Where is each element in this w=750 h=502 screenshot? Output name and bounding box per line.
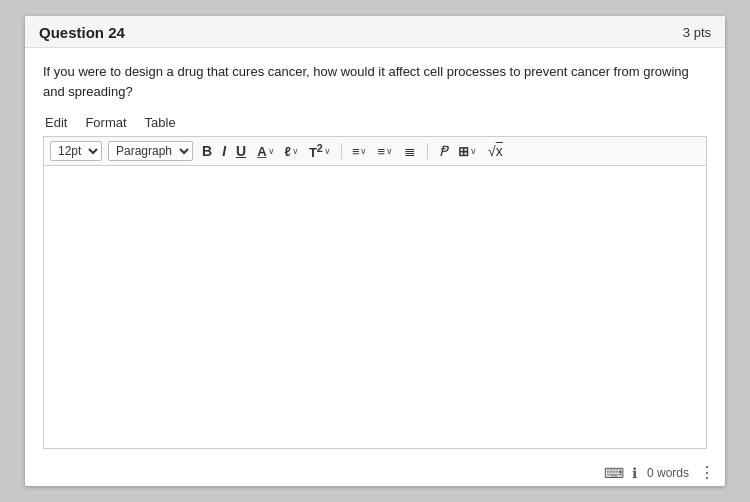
- separator-1: [341, 143, 342, 159]
- highlight-chevron: ∨: [292, 146, 299, 156]
- status-icons: ⌨ ℹ: [604, 465, 637, 481]
- align-dropdown[interactable]: ≡ ∨: [350, 143, 370, 160]
- align-icon: ≡: [352, 144, 360, 159]
- menu-table[interactable]: Table: [143, 113, 178, 132]
- list-chevron: ∨: [386, 146, 393, 156]
- font-size-select[interactable]: 12pt 10pt 14pt 16pt: [50, 141, 102, 161]
- bold-button[interactable]: B: [199, 143, 215, 159]
- list-icon: ≡: [377, 144, 385, 159]
- editor-textarea[interactable]: [43, 165, 707, 449]
- italic-button[interactable]: I: [219, 143, 229, 159]
- table-chevron: ∨: [470, 146, 477, 156]
- paragraph-group: Paragraph Heading 1 Heading 2: [108, 141, 193, 161]
- font-color-chevron: ∨: [268, 146, 275, 156]
- menu-bar: Edit Format Table: [43, 113, 707, 132]
- info-icon[interactable]: ℹ: [632, 465, 637, 481]
- menu-edit[interactable]: Edit: [43, 113, 69, 132]
- keyboard-icon[interactable]: ⌨: [604, 465, 624, 481]
- font-size-group: 12pt 10pt 14pt 16pt: [50, 141, 102, 161]
- grid-icon[interactable]: ⋮: [699, 463, 715, 482]
- question-text: If you were to design a drug that cures …: [43, 62, 707, 101]
- format-group: B I U: [199, 143, 249, 159]
- underline-button[interactable]: U: [233, 143, 249, 159]
- list-dropdown[interactable]: ≡ ∨: [375, 143, 395, 160]
- font-color-dropdown[interactable]: A ∨: [255, 143, 276, 160]
- toolbar: 12pt 10pt 14pt 16pt Paragraph Heading 1 …: [43, 136, 707, 165]
- question-body: If you were to design a drug that cures …: [25, 48, 725, 459]
- table-icon: ⊞: [458, 144, 469, 159]
- points-label: 3 pts: [683, 25, 711, 40]
- paragraph-select[interactable]: Paragraph Heading 1 Heading 2: [108, 141, 193, 161]
- header-bar: Question 24 3 pts: [25, 16, 725, 48]
- table-dropdown[interactable]: ⊞ ∨: [456, 143, 479, 160]
- word-count: 0 words: [647, 466, 689, 480]
- menu-format[interactable]: Format: [83, 113, 128, 132]
- question-title: Question 24: [39, 24, 125, 41]
- status-bar: ⌨ ℹ 0 words ⋮: [25, 459, 725, 486]
- separator-2: [427, 143, 428, 159]
- page-container: Question 24 3 pts If you were to design …: [25, 16, 725, 486]
- highlight-icon: ℓ: [285, 144, 291, 159]
- text-transform-dropdown[interactable]: T2 ∨: [307, 141, 333, 161]
- clear-format-button[interactable]: Ᵽ: [436, 143, 450, 159]
- indent-button[interactable]: ≣: [401, 143, 419, 159]
- align-chevron: ∨: [360, 146, 367, 156]
- text-transform-chevron: ∨: [324, 146, 331, 156]
- font-color-icon: A: [257, 144, 266, 159]
- highlight-dropdown[interactable]: ℓ ∨: [283, 143, 301, 160]
- text-transform-icon: T2: [309, 142, 323, 160]
- sqrt-button[interactable]: √x: [485, 143, 506, 159]
